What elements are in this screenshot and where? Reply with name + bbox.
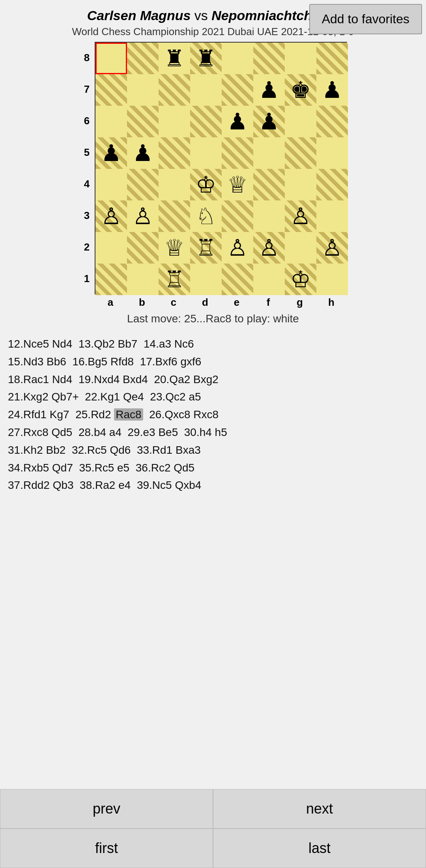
first-button[interactable]: first [0, 829, 213, 868]
move-list: 12.Nce5 Nd4 13.Qb2 Bb7 14.a3 Nc6 15.Nd3 … [0, 331, 426, 498]
nav-buttons: prev next first last [0, 789, 426, 868]
square-b4[interactable] [127, 169, 159, 200]
vs-label: vs [194, 8, 211, 23]
square-c3[interactable] [159, 200, 190, 232]
square-e4[interactable]: ♕ [222, 169, 253, 200]
rank-7: 7 [81, 73, 93, 105]
square-c7[interactable] [159, 74, 190, 106]
square-h7[interactable]: ♟ [316, 74, 348, 106]
square-e6[interactable]: ♟ [222, 106, 253, 137]
square-d3[interactable]: ♘ [190, 200, 222, 232]
rank-4: 4 [81, 168, 93, 200]
file-h: h [316, 294, 347, 309]
square-c8[interactable]: ♜ [159, 43, 190, 74]
square-g6[interactable] [285, 106, 316, 137]
last-move: Last move: 25...Rac8 to play: white [0, 312, 426, 325]
last-button[interactable]: last [213, 829, 426, 868]
file-a: a [95, 294, 126, 309]
square-b3[interactable]: ♙ [127, 200, 159, 232]
square-b7[interactable] [127, 74, 159, 106]
square-e1[interactable] [222, 264, 253, 295]
file-b: b [126, 294, 158, 309]
rank-3: 3 [81, 200, 93, 231]
square-b2[interactable] [127, 232, 159, 264]
square-a5[interactable]: ♟ [95, 137, 127, 169]
square-b6[interactable] [127, 106, 159, 137]
square-g7[interactable]: ♚ [285, 74, 316, 106]
square-h3[interactable] [316, 200, 348, 232]
square-e2[interactable]: ♙ [222, 232, 253, 264]
square-d6[interactable] [190, 106, 222, 137]
square-d2[interactable]: ♖ [190, 232, 222, 264]
square-a1[interactable] [95, 264, 127, 295]
square-e3[interactable] [222, 200, 253, 232]
square-f4[interactable] [253, 169, 285, 200]
square-f2[interactable]: ♙ [253, 232, 285, 264]
square-c2[interactable]: ♕ [159, 232, 190, 264]
board-container: 8 7 6 5 4 3 2 1 ♜ ♜ [0, 42, 426, 309]
prev-button[interactable]: prev [0, 789, 213, 829]
square-a6[interactable] [95, 106, 127, 137]
square-e5[interactable] [222, 137, 253, 169]
square-b8[interactable] [127, 43, 159, 74]
white-player-name: Carlsen Magnus [87, 8, 191, 23]
square-h5[interactable] [316, 137, 348, 169]
square-f6[interactable]: ♟ [253, 106, 285, 137]
square-d4[interactable]: ♔ [190, 169, 222, 200]
square-h8[interactable] [316, 43, 348, 74]
file-f: f [252, 294, 284, 309]
file-d: d [189, 294, 221, 309]
square-a2[interactable] [95, 232, 127, 264]
nav-row-2: first last [0, 829, 426, 868]
move-list-text: 12.Nce5 Nd4 13.Qb2 Bb7 14.a3 Nc6 15.Nd3 … [8, 338, 227, 491]
square-g8[interactable] [285, 43, 316, 74]
square-f7[interactable]: ♟ [253, 74, 285, 106]
nav-row-1: prev next [0, 789, 426, 829]
square-h1[interactable] [316, 264, 348, 295]
square-b5[interactable]: ♟ [127, 137, 159, 169]
square-g5[interactable] [285, 137, 316, 169]
square-d8[interactable]: ♜ [190, 43, 222, 74]
square-b1[interactable] [127, 264, 159, 295]
square-c6[interactable] [159, 106, 190, 137]
square-a3[interactable]: ♙ [95, 200, 127, 232]
chess-board: ♜ ♜ [95, 42, 347, 294]
file-g: g [284, 294, 316, 309]
rank-8: 8 [81, 42, 93, 73]
square-f1[interactable] [253, 264, 285, 295]
square-f5[interactable] [253, 137, 285, 169]
board-wrapper: 8 7 6 5 4 3 2 1 ♜ ♜ [79, 42, 347, 309]
square-g1[interactable]: ♔ [285, 264, 316, 295]
file-e: e [221, 294, 252, 309]
rank-2: 2 [81, 231, 93, 263]
square-c4[interactable] [159, 169, 190, 200]
square-h6[interactable] [316, 106, 348, 137]
square-f3[interactable] [253, 200, 285, 232]
file-labels: a b c d e f g h [95, 294, 347, 309]
square-c5[interactable] [159, 137, 190, 169]
square-d7[interactable] [190, 74, 222, 106]
rank-1: 1 [81, 263, 93, 294]
square-a4[interactable] [95, 169, 127, 200]
square-g3[interactable]: ♙ [285, 200, 316, 232]
square-g2[interactable] [285, 232, 316, 264]
square-g4[interactable] [285, 169, 316, 200]
square-h2[interactable]: ♙ [316, 232, 348, 264]
highlighted-move-rac8: Rac8 [114, 408, 143, 421]
square-a8[interactable] [95, 43, 127, 74]
add-to-favorites-button[interactable]: Add to favorites [309, 4, 422, 34]
file-c: c [158, 294, 189, 309]
square-e8[interactable] [222, 43, 253, 74]
board-with-ranks: 8 7 6 5 4 3 2 1 ♜ ♜ [79, 42, 347, 294]
rank-labels: 8 7 6 5 4 3 2 1 [79, 42, 95, 294]
square-f8[interactable] [253, 43, 285, 74]
rank-6: 6 [81, 105, 93, 137]
square-d1[interactable] [190, 264, 222, 295]
square-c1[interactable]: ♖ [159, 264, 190, 295]
square-d5[interactable] [190, 137, 222, 169]
square-a7[interactable] [95, 74, 127, 106]
square-h4[interactable] [316, 169, 348, 200]
next-button[interactable]: next [213, 789, 426, 829]
square-e7[interactable] [222, 74, 253, 106]
rank-5: 5 [81, 137, 93, 168]
